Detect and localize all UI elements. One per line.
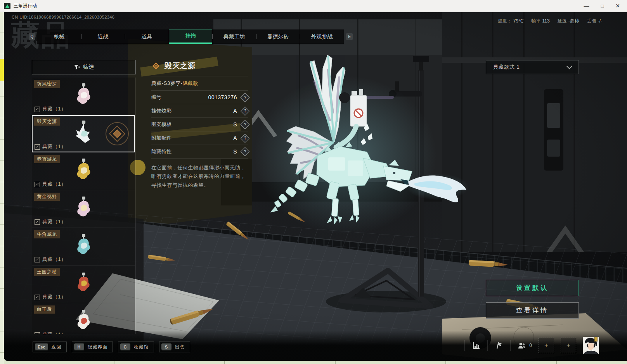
tab-appearance-challenge[interactable]: 外观挑战 <box>300 29 344 44</box>
charm-item-0[interactable]: 窃风密探 典藏（1） <box>32 78 135 115</box>
charm-thumbnail <box>72 233 95 260</box>
charm-name-tag: 王国之杖 <box>34 268 60 276</box>
help-icon[interactable]: ? <box>240 133 249 143</box>
hotkey-bar: Esc 返回 H 隐藏界面 C 收藏馆 S 出售 <box>33 342 190 352</box>
stat-row-colorway: 挂饰炫彩 A ? <box>151 104 248 117</box>
prev-tab-hotkey: Q <box>29 33 35 40</box>
window-titlebar: 三角洲行动 — □ ✕ <box>0 0 627 12</box>
hotkey-sell[interactable]: S 出售 <box>159 342 190 352</box>
report-button[interactable] <box>494 341 504 350</box>
help-icon[interactable]: ? <box>240 93 249 102</box>
minimize-button[interactable]: — <box>584 3 589 9</box>
set-default-button[interactable]: 设置默认 <box>486 280 579 296</box>
charm-series: 典藏-S3赛季-隐藏款 <box>151 76 248 90</box>
charm-count: 典藏（1） <box>35 143 66 150</box>
collection-diamond-icon <box>151 61 161 71</box>
tab-collection-workshop[interactable]: 典藏工坊 <box>212 29 256 44</box>
stats-button[interactable] <box>471 341 481 350</box>
charm-name-tag: 黄金视野 <box>34 193 60 201</box>
charm-thumbnail <box>72 196 95 222</box>
game-window: 藏品 CN UID:186190668999617266614_20260305… <box>4 12 627 361</box>
tab-guns[interactable]: 枪械 <box>37 29 81 44</box>
charm-name-tag: 赤霄游龙 <box>34 155 60 163</box>
fps-stat: 帧率113 <box>532 18 550 24</box>
charm-count: 典藏（1） <box>35 294 66 300</box>
app-logo-icon <box>4 3 10 9</box>
charm-list: 窃风密探 典藏（1） 毁灭之源 典藏（1） 赤霄游龙 <box>32 78 136 334</box>
charm-count: 典藏（1） <box>35 219 66 225</box>
social-dock: 0 + + <box>464 337 599 354</box>
category-tabbar: 枪械 近战 道具 挂饰 典藏工坊 曼德尔砖 外观挑战 <box>37 29 344 44</box>
tab-charms[interactable]: 挂饰 <box>169 29 213 44</box>
style-dropdown-value: 典藏款式 1 <box>486 64 520 71</box>
charm-item-3[interactable]: 黄金视野 典藏（1） <box>32 190 135 228</box>
charm-item-1-selected[interactable]: 毁灭之源 典藏（1） <box>32 115 135 153</box>
next-tab-hotkey: E <box>346 33 353 40</box>
collection-emblem-badge <box>106 122 129 145</box>
charm-item-6[interactable]: 白王后 典藏（1） <box>32 303 135 334</box>
charm-thumbnail <box>73 271 94 297</box>
charm-count: 典藏（1） <box>35 331 66 334</box>
packet-loss-stat: 丢包-/- <box>587 18 602 24</box>
help-icon[interactable]: ? <box>240 147 249 156</box>
charm-thumbnail <box>71 83 95 110</box>
charm-item-4[interactable]: 牛角威龙 典藏（1） <box>32 228 135 266</box>
stat-row-pattern: 图案模板 S ? <box>151 117 248 131</box>
maximize-button[interactable]: □ <box>601 3 604 9</box>
charm-name-tag: 窃风密探 <box>34 80 60 88</box>
temperature-stat: 温度：79℃ <box>498 18 524 24</box>
help-icon[interactable]: ? <box>240 106 249 116</box>
window-title: 三角洲行动 <box>14 3 37 9</box>
hotkey-back[interactable]: Esc 返回 <box>33 342 67 352</box>
desktop-highlight-cell <box>0 59 4 81</box>
filter-button[interactable]: 筛选 <box>32 60 136 74</box>
charm-thumbnail <box>73 309 94 334</box>
player-avatar[interactable] <box>583 337 599 354</box>
charm-name-tag: 毁灭之源 <box>34 117 60 126</box>
stat-row-hidden-trait: 隐藏特性 S ? <box>151 145 248 158</box>
performance-stats: 温度：79℃ 帧率113 延迟-毫秒 丢包-/- <box>498 18 602 24</box>
charm-thumbnail <box>71 158 95 185</box>
chevron-down-icon <box>566 63 573 69</box>
charm-name-tag: 牛角威龙 <box>34 230 60 238</box>
uid-text: CN UID:186190668999617266614_20260305234… <box>12 15 114 19</box>
help-icon[interactable]: ? <box>240 120 249 129</box>
charm-description: 在它面前，任何生物都显得渺小而无助，唯有勇敢者才能在这股寒冷的力量面前，寻找生存… <box>151 158 248 190</box>
tab-mandel-brick[interactable]: 曼德尔砖 <box>256 29 300 44</box>
charm-detail-panel: 毁灭之源 典藏-S3赛季-隐藏款 编号 001373276 ? 挂饰炫彩 A ?… <box>151 59 248 190</box>
filter-icon <box>74 64 80 70</box>
friends-count: 0 <box>529 343 532 348</box>
tab-melee[interactable]: 近战 <box>81 29 125 44</box>
charm-name-tag: 白王后 <box>34 305 55 314</box>
tab-props[interactable]: 道具 <box>125 29 169 44</box>
desktop-background-left <box>0 12 4 364</box>
close-button[interactable]: ✕ <box>615 3 620 9</box>
charm-count: 典藏（1） <box>35 256 66 263</box>
charm-title: 毁灭之源 <box>165 61 196 71</box>
bar-chart-icon <box>472 341 480 350</box>
friends-button[interactable] <box>517 341 527 350</box>
stat-row-number: 编号 001373276 ? <box>151 90 248 104</box>
charm-count: 典藏（1） <box>35 181 66 188</box>
stat-row-accessory: 附加配件 A ? <box>151 131 248 145</box>
latency-stat: 延迟-毫秒 <box>558 18 579 24</box>
hotkey-collection-hall[interactable]: C 收藏馆 <box>118 342 154 352</box>
charm-sidebar: 筛选 窃风密探 典藏（1） 毁灭之源 典藏（1） <box>32 60 136 334</box>
style-dropdown[interactable]: 典藏款式 1 <box>486 60 579 74</box>
charm-item-5[interactable]: 王国之杖 典藏（1） <box>32 266 135 303</box>
view-details-button[interactable]: 查看详情 <box>486 302 579 319</box>
add-slot-button-2[interactable]: + <box>561 338 576 353</box>
flag-icon <box>495 341 503 350</box>
avatar-pin-icon <box>594 337 598 342</box>
charm-item-2[interactable]: 赤霄游龙 典藏（1） <box>32 153 135 190</box>
hotkey-hide-ui[interactable]: H 隐藏界面 <box>72 342 113 352</box>
friends-icon <box>517 341 527 350</box>
charm-count: 典藏（1） <box>35 106 66 112</box>
desktop-background-bottom <box>4 361 627 364</box>
add-slot-button-1[interactable]: + <box>539 338 554 353</box>
charm-thumbnail <box>71 120 96 148</box>
